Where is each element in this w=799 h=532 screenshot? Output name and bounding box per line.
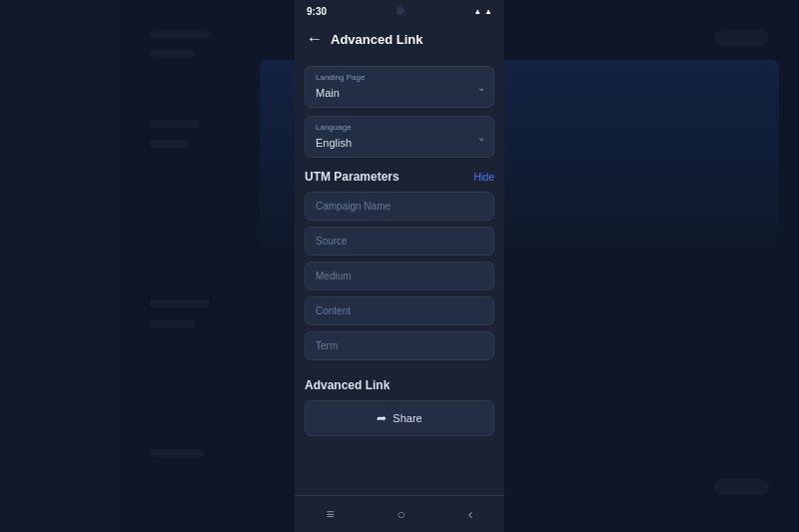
bg-item-1 — [150, 30, 210, 38]
bg-item-2 — [150, 50, 195, 58]
bg-sidebar — [0, 0, 120, 532]
utm-hide-button[interactable]: Hide — [473, 172, 494, 183]
wifi-icon: ▲ — [473, 7, 481, 16]
menu-nav-icon[interactable]: ≡ — [326, 506, 334, 522]
page-title: Advanced Link — [331, 32, 422, 47]
bg-item-4 — [150, 140, 188, 148]
signal-icon: ▲ — [484, 7, 492, 16]
language-arrow: ⌄ — [477, 132, 485, 143]
share-icon: ➦ — [377, 411, 387, 425]
back-nav-icon[interactable]: ‹ — [468, 506, 473, 522]
language-label: Language — [316, 123, 483, 132]
landing-page-label: Landing Page — [316, 73, 483, 82]
campaign-name-input[interactable] — [305, 192, 494, 221]
medium-input[interactable] — [305, 262, 494, 290]
phone-overlay: 9:30 ▲ ▲ ← Advanced Link Landing Page Ma… — [295, 0, 504, 532]
language-dropdown[interactable]: Language English ⌄ — [305, 116, 494, 158]
bg-item-6 — [150, 319, 195, 327]
landing-page-arrow: ⌄ — [477, 82, 485, 93]
language-value: English — [316, 137, 352, 149]
advanced-link-section: Advanced Link ➦ Share — [305, 378, 494, 436]
landing-page-group: Landing Page Main ⌄ — [305, 66, 494, 108]
share-label: Share — [393, 412, 421, 424]
bg-button-1 — [714, 30, 769, 46]
content-input[interactable] — [305, 296, 494, 325]
advanced-link-title: Advanced Link — [305, 378, 494, 392]
utm-header: UTM Parameters Hide — [305, 170, 494, 184]
back-button[interactable]: ← — [307, 30, 323, 48]
share-button[interactable]: ➦ Share — [305, 400, 494, 436]
status-icons: ▲ ▲ — [473, 7, 492, 16]
bottom-nav: ≡ ○ ‹ — [295, 495, 504, 532]
phone-header: ← Advanced Link — [295, 22, 504, 56]
bg-item-7 — [150, 449, 205, 457]
bg-button-2 — [714, 479, 769, 495]
language-group: Language English ⌄ — [305, 116, 494, 158]
landing-page-dropdown[interactable]: Landing Page Main ⌄ — [305, 66, 494, 108]
bg-item-3 — [150, 120, 200, 128]
home-nav-icon[interactable]: ○ — [398, 506, 405, 522]
landing-page-value: Main — [316, 87, 340, 99]
utm-title: UTM Parameters — [305, 170, 400, 184]
phone-content[interactable]: Landing Page Main ⌄ Language English ⌄ U… — [295, 56, 504, 495]
source-input[interactable] — [305, 227, 494, 256]
bg-item-5 — [150, 299, 210, 307]
status-bar: 9:30 ▲ ▲ — [295, 0, 504, 22]
camera-indicator — [397, 7, 404, 15]
status-time: 9:30 — [307, 6, 327, 17]
term-input[interactable] — [305, 331, 494, 360]
